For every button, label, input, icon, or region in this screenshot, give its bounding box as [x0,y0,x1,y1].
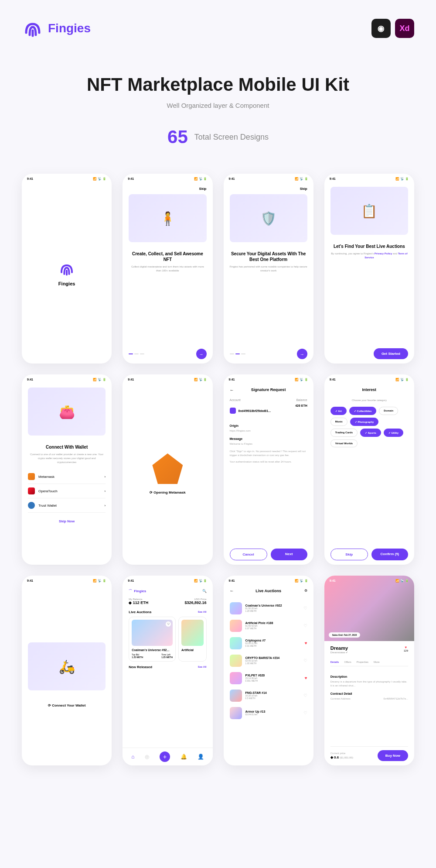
screen-interest: 9:41📶 📡 🔋 Interest Choose your favorite … [324,374,414,564]
screen-live-auctions: 9:41📶 📡 🔋 ←Live Auctions⚙ Coalman's Univ… [224,576,313,765]
wallet-option-metamask[interactable]: Metamask› [28,470,106,484]
auction-list-item[interactable]: PXLPET #02015:14:36 left0.001 WETH♥ [230,669,307,687]
nav-notifications-icon[interactable]: 🔔 [181,754,187,760]
favorite-icon[interactable]: ♡ [303,710,307,715]
category-chip[interactable]: Domain [379,407,398,415]
tab-details[interactable]: Details [330,661,339,663]
screen-connect-wallet: 9:41📶 📡 🔋 👛 Connect With Wallet Connect … [22,374,112,564]
skip-button[interactable]: Skip [330,549,368,560]
nft-thumbnail [230,620,242,632]
category-chip[interactable]: ✓ Utility [384,429,403,437]
category-chip[interactable]: ✓ Sports [360,429,381,437]
screen-opening-metamask: 9:41📶 📡 🔋 ⟳ Opening Metamask [123,374,212,564]
see-all-link[interactable]: See All [198,666,207,668]
screen-onboard-3: 9:41📶 📡 🔋 📋 Let's Find Your Best Live Au… [324,174,414,364]
fingerprint-icon [58,260,75,278]
screen-onboard-2: 9:41📶 📡 🔋 Skip 🛡️ Secure Your Digital As… [224,174,313,364]
metamask-icon [28,473,35,480]
nft-thumbnail [230,637,242,649]
screen-count-label: Total Screen Designs [194,133,269,142]
wallet-option-opera[interactable]: OperaTouch› [28,484,106,498]
tab-offers[interactable]: Offers [344,661,351,663]
screen-count: 65 [167,127,188,148]
category-chip[interactable]: Trading Cards [330,429,358,437]
skip-button[interactable]: Skip [230,187,307,191]
screen-nft-detail: 9:41📶 📡 🔋 Sales End: Feb 27, 2022 Dreamy… [324,576,414,765]
favorite-icon[interactable]: ♡ [303,693,307,698]
brand-logo: Fingies [22,17,91,39]
favorite-icon[interactable]: ♥ [305,641,307,645]
tab-properties[interactable]: Properties [357,661,368,663]
nft-thumbnail [230,602,242,614]
buy-now-button[interactable]: Buy Now [378,750,408,761]
fingerprint-icon [22,17,44,39]
onboard-illustration: 🛡️ [230,194,307,242]
nft-thumbnail [230,672,242,684]
nav-profile-icon[interactable]: 👤 [198,754,204,760]
auction-list-item[interactable]: Criptogens #702:00:21 left0.01 WETH♥ [230,635,307,652]
category-chip[interactable]: ✓ Collectibles [349,407,376,415]
confirm-button[interactable]: Confirm (5) [371,549,408,560]
figma-icon: ◉ [371,19,391,38]
nav-add-button[interactable]: + [160,751,170,762]
screen-signature-request: 9:41📶 📡 🔋 ←Signature Request AccountBala… [224,374,313,564]
wallet-illustration: 👛 [28,388,106,436]
next-button[interactable]: Next [271,549,307,560]
auction-list-item[interactable]: Artificial Pixie #18801:55:42 left0.07 W… [230,617,307,635]
category-chip[interactable]: ✓ Photography [350,418,379,426]
nft-thumbnail [230,707,242,719]
see-all-link[interactable]: See All [198,611,207,613]
screen-home: 9:41📶 📡 🔋 ⌒ Fingies🔍 My Balance◆ 112 ETH… [123,576,212,765]
auction-list-item[interactable]: FNG-STAR #1415:20:10 left0.5 WETH♡ [230,687,307,704]
get-started-button[interactable]: Get Started [374,348,408,359]
search-icon[interactable]: 🔍 [202,589,207,593]
nav-explore-icon[interactable]: ◎ [145,754,149,760]
home-logo: ⌒ Fingies [129,589,146,594]
category-chip[interactable]: Virtual Worlds [330,439,358,447]
filter-icon[interactable]: ⚙ [304,589,307,593]
screen-connect-prompt: 9:41📶 📡 🔋 🛵 ⟳ Connect Your Wallet [22,576,112,765]
back-button[interactable]: ← [230,388,234,392]
nft-image: Sales End: Feb 27, 2022 [324,576,414,641]
hero-title: NFT Marketplace Mobile UI Kit [22,74,414,95]
nav-home-icon[interactable]: ⌂ [131,754,134,760]
privacy-link[interactable]: Privacy Policy [375,252,392,255]
cancel-button[interactable]: Cancel [230,549,267,560]
onboard-illustration: 🧍 [129,194,206,242]
screen-onboard-1: 9:41📶 📡 🔋 Skip 🧍 Create, Collect, and Se… [123,174,212,364]
tab-more[interactable]: More [374,661,380,663]
auction-list-item[interactable]: CRYPTO BARISTA #23402:05:32 left1.05 WET… [230,652,307,669]
nft-thumbnail [230,690,242,702]
onboard-illustration: 📋 [330,187,408,235]
favorite-icon[interactable]: ♡ [303,606,307,611]
trustwallet-icon [28,502,35,509]
skip-button[interactable]: Skip [129,187,206,191]
favorite-icon[interactable]: ♡ [303,623,307,628]
scooter-illustration: 🛵 [28,642,106,690]
account-icon [230,408,236,414]
auction-list-item[interactable]: Coalman's Universe #92201:50:20 left1.25… [230,600,307,617]
favorite-icon[interactable]: ♥ [305,676,307,680]
next-button[interactable]: → [297,349,307,359]
auction-card[interactable]: ♡ Coalman's Universe #92... Top Bid1.25 … [129,617,176,662]
brand-name: Fingies [48,21,91,35]
hero-subtitle: Well Organized layer & Component [22,102,414,109]
favorite-icon[interactable]: ♡ [303,658,307,663]
wallet-option-trust[interactable]: Trust Wallet› [28,498,106,513]
category-chip[interactable]: Music [330,418,347,426]
xd-icon: Xd [395,19,414,38]
auction-card[interactable]: Artificial [178,617,206,662]
metamask-logo [152,453,183,484]
screen-splash: 9:41📶 📡 🔋 Fingies [22,174,112,364]
next-button[interactable]: → [196,349,207,359]
skip-now-button[interactable]: Skip Now [28,519,106,523]
back-button[interactable]: ← [230,588,234,593]
favorite-icon[interactable]: ♡ [166,621,171,627]
nft-thumbnail [230,655,242,667]
category-chip[interactable]: ✓ Art [330,407,347,415]
auction-list-item[interactable]: Armor Up #1302:04:01 left♡ [230,704,307,722]
opera-icon [28,487,35,494]
